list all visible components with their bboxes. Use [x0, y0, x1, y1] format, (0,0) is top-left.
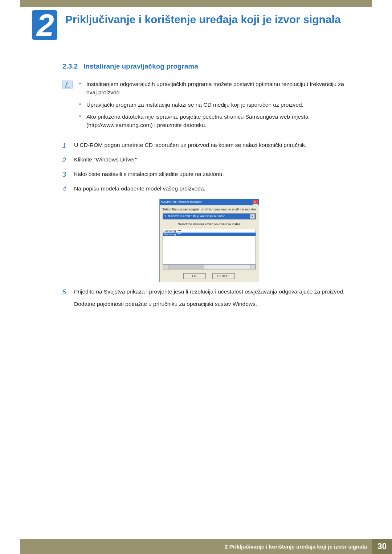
installer-label-adapter: Select the display adapter on which you …	[160, 205, 259, 213]
footer-chapter-label: 2 Priključivanje i korištenje uređaja ko…	[20, 539, 372, 554]
chapter-header: 2 Priključivanje i korištenje uređaja ko…	[0, 7, 392, 40]
step-number: 3	[62, 170, 68, 180]
step-text-extra: Dodatne pojedinosti potražite u priručni…	[74, 300, 356, 308]
horizontal-scrollbar	[163, 264, 256, 270]
note-item: Upravljački program za instalaciju nalaz…	[79, 100, 356, 109]
step-item: 4 Na popisu modela odaberite model vašeg…	[62, 184, 356, 194]
top-banner	[20, 0, 372, 7]
step-item: 5 Prijeđite na Svojstva prikaza i provje…	[62, 287, 356, 308]
note-icon	[62, 81, 73, 89]
step-number: 4	[62, 184, 68, 194]
chevron-down-icon: ▼	[250, 214, 255, 219]
step-text: Na popisu modela odaberite model vašeg p…	[74, 184, 356, 194]
monitor-listbox: Samsung **** Samsung ****	[163, 229, 256, 264]
note-list: Instaliranjem odgovarajućih upravljačkih…	[79, 80, 356, 133]
adapter-dropdown: 1. RADEON 9550 : Plug and Play Monitor ▼	[163, 213, 256, 219]
note-block: Instaliranjem odgovarajućih upravljačkih…	[62, 80, 356, 133]
step-list: 1 U CD-ROM pogon umetnite CD isporučen u…	[62, 141, 356, 194]
step-number: 5	[62, 287, 68, 308]
installer-title-text: SAMSUNG monitor installer	[161, 200, 202, 204]
step-list-continued: 5 Prijeđite na Svojstva prikaza i provje…	[62, 287, 356, 308]
chapter-title: Priključivanje i korištenje uređaja koji…	[65, 10, 341, 26]
section-number: 2.3.2	[62, 62, 78, 70]
step-item: 1 U CD-ROM pogon umetnite CD isporučen u…	[62, 141, 356, 151]
step-text-main: Prijeđite na Svojstva prikaza i provjeri…	[74, 288, 344, 295]
cancel-button: CANCEL	[212, 273, 235, 279]
installer-titlebar: SAMSUNG monitor installer ×	[160, 199, 259, 205]
scrollbar-thumb	[168, 265, 204, 269]
chapter-number-badge: 2	[32, 10, 57, 40]
page-footer: 2 Priključivanje i korištenje uređaja ko…	[0, 539, 392, 554]
list-item: Samsung ****	[163, 233, 256, 236]
step-item: 3 Kako biste nastavili s instalacijom sl…	[62, 170, 356, 180]
section-body: 2.3.2 Instaliranje upravljačkog programa…	[0, 40, 392, 308]
section-heading: 2.3.2 Instaliranje upravljačkog programa	[62, 62, 356, 70]
ok-button: OK	[183, 273, 206, 279]
close-icon: ×	[253, 200, 258, 205]
note-item: Instaliranjem odgovarajućih upravljačkih…	[79, 80, 356, 97]
step-number: 2	[62, 155, 68, 165]
installer-button-row: OK CANCEL	[160, 272, 259, 279]
installer-screenshot: SAMSUNG monitor installer × Select the d…	[159, 199, 259, 282]
footer-page-number: 30	[372, 539, 392, 554]
step-text: Kliknite "Windows Driver".	[74, 155, 356, 165]
step-item: 2 Kliknite "Windows Driver".	[62, 155, 356, 165]
adapter-dropdown-value: 1. RADEON 9550 : Plug and Play Monitor	[164, 214, 225, 218]
step-number: 1	[62, 141, 68, 151]
step-text: Prijeđite na Svojstva prikaza i provjeri…	[74, 287, 356, 308]
installer-label-monitor: Select the monitor which you want to ins…	[160, 220, 259, 228]
step-text: Kako biste nastavili s instalacijom slij…	[74, 170, 356, 180]
section-title: Instaliranje upravljačkog programa	[83, 62, 198, 70]
step-text: U CD-ROM pogon umetnite CD isporučen uz …	[74, 141, 356, 151]
list-item: Samsung ****	[163, 229, 256, 233]
note-item: Ako priložena datoteka nije ispravna, po…	[79, 112, 356, 130]
